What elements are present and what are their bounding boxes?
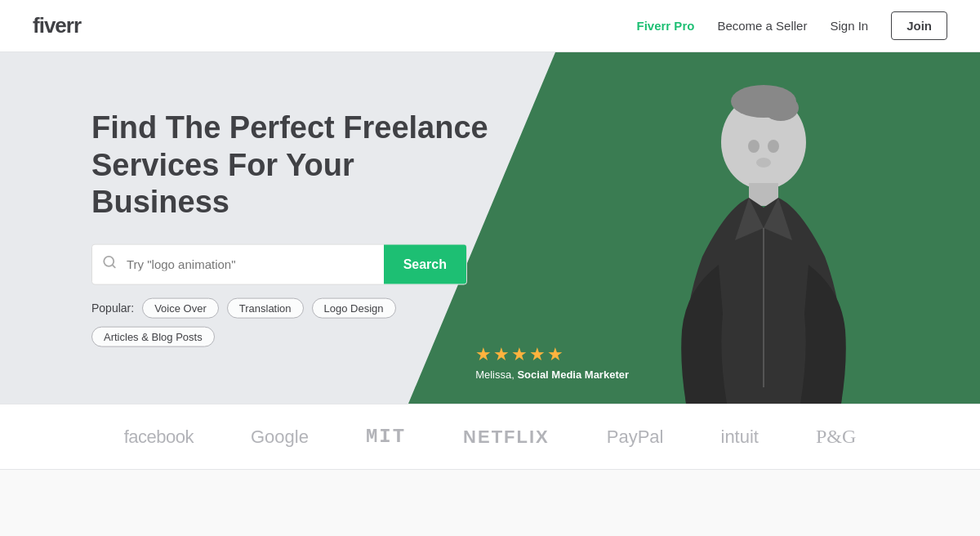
nav-sign-in[interactable]: Sign In xyxy=(830,19,868,33)
search-bar: Search xyxy=(91,243,467,284)
hero-content: Find The Perfect Freelance Services For … xyxy=(91,109,500,347)
hero-section: Find The Perfect Freelance Services For … xyxy=(0,52,980,404)
logo-mit: MIT xyxy=(366,426,406,448)
navbar-right: Fiverr Pro Become a Seller Sign In Join xyxy=(637,11,947,40)
logo-google: Google xyxy=(251,427,309,448)
popular-tag-articles[interactable]: Articles & Blog Posts xyxy=(91,326,215,346)
logo-paypal: PayPal xyxy=(607,427,664,448)
popular-tag-voice-over[interactable]: Voice Over xyxy=(142,297,219,318)
logo-text: fiverr xyxy=(33,13,81,38)
popular-row: Popular: Voice Over Translation Logo Des… xyxy=(91,297,500,346)
nav-join-button[interactable]: Join xyxy=(891,11,947,40)
hero-title: Find The Perfect Freelance Services For … xyxy=(91,109,500,221)
popular-tag-logo-design[interactable]: Logo Design xyxy=(312,297,396,318)
rating-name: Melissa, Social Media Marketer xyxy=(475,368,629,381)
search-button[interactable]: Search xyxy=(384,243,466,284)
svg-line-1 xyxy=(112,265,114,267)
nav-fiverr-pro[interactable]: Fiverr Pro xyxy=(637,19,695,33)
navbar: fiverr Fiverr Pro Become a Seller Sign I… xyxy=(0,0,980,52)
bottom-section xyxy=(0,469,980,536)
logo-pg: P&G xyxy=(816,426,856,448)
logos-strip: facebook Google MIT NETFLIX PayPal intui… xyxy=(0,404,980,469)
popular-label: Popular: xyxy=(91,302,134,315)
logo-facebook: facebook xyxy=(124,427,194,448)
hero-rating: ★★★★★ Melissa, Social Media Marketer xyxy=(475,344,629,381)
site-logo[interactable]: fiverr xyxy=(33,13,81,38)
star-rating: ★★★★★ xyxy=(475,344,629,365)
popular-tag-translation[interactable]: Translation xyxy=(227,297,304,318)
logo-intuit: intuit xyxy=(721,427,759,448)
svg-point-8 xyxy=(756,158,771,168)
search-input[interactable] xyxy=(127,257,384,271)
nav-become-seller[interactable]: Become a Seller xyxy=(717,19,807,33)
hero-person-image xyxy=(604,60,915,404)
logo-netflix: NETFLIX xyxy=(463,427,550,448)
search-icon xyxy=(92,255,127,274)
svg-point-7 xyxy=(768,140,779,153)
svg-point-4 xyxy=(731,85,796,118)
svg-point-6 xyxy=(748,140,760,153)
